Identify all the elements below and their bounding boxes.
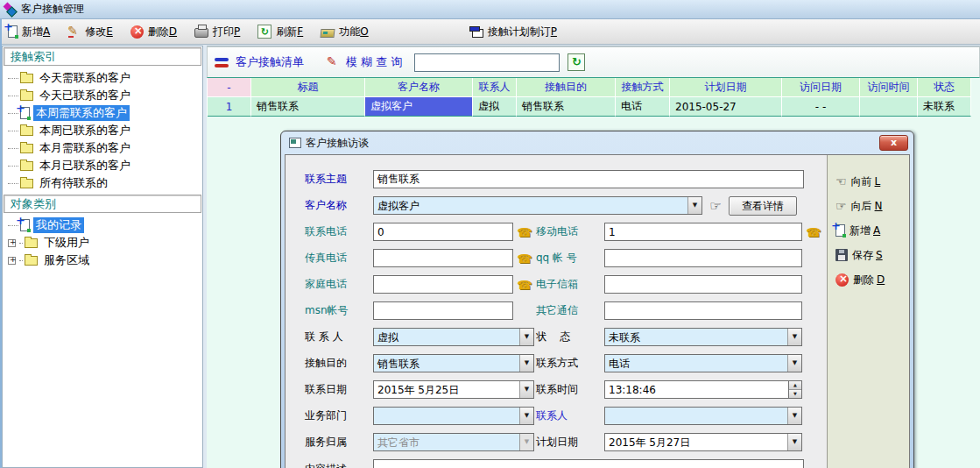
plan-date-picker[interactable]: 2015年 5月27日 [604, 433, 802, 451]
time-spinner[interactable]: ▲▼ [788, 380, 802, 399]
purpose-combo[interactable]: 销售联系 [373, 354, 534, 372]
column-header-status[interactable]: 状态 [918, 78, 971, 97]
description-textarea[interactable] [373, 459, 804, 468]
contact-person-combo[interactable]: 虚拟 [373, 328, 534, 346]
sidebar-item-month-done[interactable]: 本月已联系的客户 [3, 157, 202, 174]
column-header-visit-date[interactable]: 访问日期 [782, 78, 860, 97]
edit-icon [67, 25, 81, 39]
msn-input[interactable] [373, 301, 513, 320]
qq-input[interactable] [604, 249, 802, 267]
view-detail-button[interactable]: 查看详情 [729, 196, 797, 216]
next-button[interactable]: 向后 N [835, 197, 909, 215]
table-row[interactable]: 1 销售联系 虚拟客户 虚拟 销售联系 电话 2015-05-27 - - 未联… [208, 97, 980, 117]
qq-label: qq 帐 号 [536, 251, 604, 266]
status-combo[interactable]: 未联系 [604, 328, 802, 346]
sidebar-item-my-records[interactable]: 我的记录 [3, 216, 202, 234]
chevron-down-icon[interactable] [787, 408, 801, 424]
edit-button[interactable]: 修改E [65, 22, 116, 41]
contact-index-title: 接触索引 [11, 49, 56, 65]
fuzzy-search-input[interactable] [414, 53, 560, 72]
sidebar-item-all-pending[interactable]: 所有待联系的 [3, 174, 202, 192]
method-combo[interactable]: 电话 [604, 354, 802, 372]
expand-plus-icon[interactable] [8, 239, 16, 247]
dialog-delete-button[interactable]: 删除 D [835, 271, 909, 288]
chevron-down-icon[interactable] [519, 381, 533, 398]
dialog-new-button[interactable]: 新增 A [835, 222, 909, 239]
chevron-down-icon[interactable] [687, 197, 702, 214]
cell-method[interactable]: 电话 [616, 97, 670, 117]
column-header-purpose[interactable]: 接触目的 [517, 78, 616, 97]
home-phone-input[interactable] [373, 275, 513, 294]
print-button-accel: P [234, 25, 240, 38]
chevron-down-icon[interactable] [519, 408, 533, 424]
phone-row: 联系电话 移动电话 [296, 223, 827, 241]
delete-button-accel: D [169, 25, 177, 38]
contact-time-field: ▲▼ [604, 380, 802, 399]
phone-icon[interactable] [513, 225, 536, 239]
sidebar-item-week-done[interactable]: 本周已联系的客户 [3, 122, 202, 139]
customer-combo[interactable]: 虚拟客户 [373, 196, 702, 215]
expand-plus-icon[interactable] [8, 257, 16, 265]
linkman-label[interactable]: 联系人 [536, 408, 604, 423]
email-input[interactable] [604, 275, 802, 294]
chevron-down-icon[interactable] [787, 355, 801, 372]
plan-date-label: 计划日期 [536, 435, 604, 450]
tree-line [19, 243, 23, 244]
refresh-button[interactable]: 刷新F [255, 22, 306, 41]
delete-button[interactable]: 删除D [128, 22, 180, 41]
prev-button[interactable]: 向前 L [835, 173, 909, 190]
phone-input[interactable] [373, 223, 513, 241]
sidebar-item-sub-users[interactable]: 下级用户 [3, 234, 202, 252]
mobile-input[interactable] [604, 223, 802, 241]
contact-plan-button[interactable]: 接触计划制订P [467, 22, 560, 41]
chevron-down-icon[interactable] [787, 329, 801, 345]
column-header-title[interactable]: 标题 [251, 78, 365, 97]
phone-icon[interactable] [802, 225, 825, 239]
cell-plan-date[interactable]: 2015-05-27 [670, 97, 782, 117]
chevron-down-icon[interactable] [519, 355, 533, 372]
other-im-input[interactable] [604, 301, 802, 320]
save-button[interactable]: 保存 S [835, 246, 909, 264]
phone-icon[interactable] [513, 278, 536, 292]
chevron-down-icon[interactable] [787, 434, 801, 450]
sidebar-item-week-need[interactable]: 本周需联系的客户 [3, 104, 202, 122]
cell-visit-date[interactable]: - - [782, 97, 860, 117]
column-header-index[interactable]: - [208, 78, 251, 97]
column-header-visit-time[interactable]: 访问时间 [860, 78, 918, 97]
sidebar-item-service-area[interactable]: 服务区域 [3, 252, 202, 269]
linkman-combo[interactable] [604, 407, 802, 425]
save-icon [835, 249, 848, 261]
search-refresh-icon[interactable] [568, 53, 585, 71]
department-combo[interactable] [373, 407, 534, 425]
sidebar-item-month-need[interactable]: 本月需联系的客户 [3, 139, 202, 157]
cell-visit-time[interactable] [860, 97, 918, 117]
contact-time-input[interactable] [604, 380, 788, 399]
column-header-method[interactable]: 接触方式 [616, 78, 670, 97]
close-icon[interactable]: x [879, 135, 908, 151]
subject-input[interactable] [373, 170, 804, 188]
dialog-titlebar[interactable]: 客户接触访谈 x [285, 131, 910, 154]
function-button[interactable]: 功能O [318, 22, 370, 41]
column-header-contact[interactable]: 联系人 [473, 78, 517, 97]
phone-icon[interactable] [513, 252, 536, 266]
cell-contact[interactable]: 虚拟 [473, 97, 517, 117]
column-header-customer[interactable]: 客户名称 [365, 78, 473, 97]
print-button[interactable]: 打印P [192, 22, 243, 41]
column-header-plan-date[interactable]: 计划日期 [670, 78, 782, 97]
object-category-tree: 我的记录 下级用户 服务区域 [3, 214, 202, 271]
sidebar-item-today-need[interactable]: 今天需联系的客户 [3, 69, 202, 87]
spin-up-icon[interactable]: ▲ [789, 381, 801, 389]
sidebar: 接触索引 今天需联系的客户 今天已联系的客户 本周需联系的客户 本周已联系的客户… [2, 46, 203, 468]
cell-purpose[interactable]: 销售联系 [517, 97, 616, 117]
fax-label: 传真电话 [296, 251, 373, 266]
chevron-down-icon[interactable] [519, 329, 533, 345]
contact-date-picker[interactable]: 2015年 5月25日 [373, 380, 534, 399]
spin-down-icon[interactable]: ▼ [789, 389, 801, 398]
new-button[interactable]: 新增A [5, 22, 53, 41]
sidebar-item-today-done[interactable]: 今天已联系的客户 [3, 87, 202, 104]
fax-input[interactable] [373, 249, 513, 267]
cell-status[interactable]: 未联系 [918, 97, 971, 117]
cell-index[interactable]: 1 [208, 97, 251, 117]
cell-title[interactable]: 销售联系 [251, 97, 365, 117]
cell-customer-selected[interactable]: 虚拟客户 [365, 97, 473, 117]
